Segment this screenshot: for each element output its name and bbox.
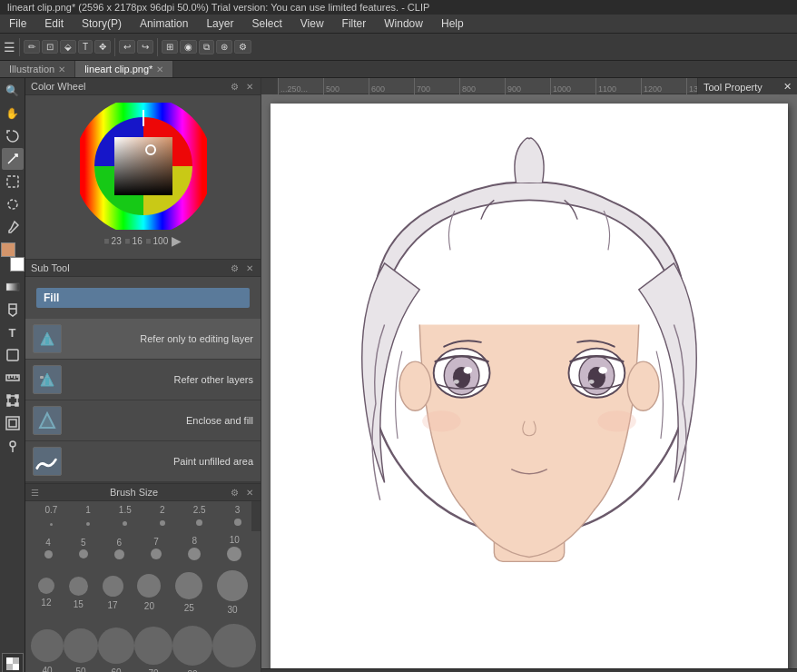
svg-rect-22 [6,664,13,670]
sub-tool-item-refer-editing[interactable]: Refer only to editing layer [25,319,261,360]
toolbar-redo-btn[interactable]: ↪ [137,40,153,54]
ruler-corner [261,78,278,94]
sub-tool-close-btn[interactable]: ✕ [244,263,255,273]
canvas-content[interactable] [261,94,797,672]
toolbar-layers-btn[interactable]: ⧉ [199,40,214,54]
brush-size-menu-icon[interactable]: ☰ [31,488,39,498]
sub-tool-settings-btn[interactable]: ⚙ [229,263,241,273]
tab-lineart[interactable]: lineart clip.png* ✕ [75,61,173,77]
brush-size-settings-btn[interactable]: ⚙ [229,488,241,498]
toolbar-undo-btn[interactable]: ↩ [119,40,135,54]
brush-size-4[interactable]: 4 [44,538,53,560]
brush-size-15[interactable]: 15 [69,577,88,611]
color-wheel-settings-btn[interactable]: ⚙ [229,82,241,92]
toolbar-color1-btn[interactable]: ◉ [180,40,197,54]
tool-fill[interactable] [2,299,24,321]
brush-size-10[interactable]: 10 [227,535,241,563]
tool-gradient[interactable] [2,276,24,298]
sub-tool-label-refer-editing: Refer only to editing layer [69,333,253,344]
brush-size-40[interactable]: 40 [31,629,64,672]
toolbar-move-btn[interactable]: ✥ [94,40,111,54]
tool-frame[interactable] [2,412,24,434]
toolbar-fill-btn[interactable]: ⬙ [60,40,76,54]
toolbar-sym-btn[interactable]: ⊛ [216,40,232,54]
color-wheel-close-btn[interactable]: ✕ [244,82,255,92]
svg-rect-21 [13,657,19,664]
menu-window[interactable]: Window [375,15,432,33]
tab-illustration[interactable]: Illustration ✕ [0,61,75,77]
toolbar-separator-3 [157,38,158,56]
tool-transform[interactable] [2,390,24,411]
tool-eyedropper[interactable] [2,216,24,238]
tool-rotate[interactable] [2,125,24,147]
toolbar-separator-2 [114,38,115,56]
brush-size-6[interactable]: 6 [114,538,124,561]
menu-file[interactable]: File [0,15,35,33]
toolbar-menu-icon[interactable]: ☰ [4,40,15,54]
brush-size-8[interactable]: 8 [188,536,201,562]
color-wheel-canvas[interactable] [80,103,207,230]
sub-tool-item-enclose-fill[interactable]: Enclose and fill [25,400,261,441]
brush-size-close-btn[interactable]: ✕ [244,488,255,498]
brush-size-80[interactable]: 80 [172,626,212,672]
brush-size-7[interactable]: 7 [151,537,162,561]
fill-button[interactable]: Fill [36,288,250,308]
brush-size-25[interactable]: 25 [175,572,202,615]
tool-lasso[interactable] [2,193,24,215]
brush-size-17[interactable]: 17 [103,576,123,612]
brush-size-30[interactable]: 30 [217,570,248,617]
drawing-canvas[interactable] [271,104,788,672]
tool-pen[interactable] [2,148,24,170]
brush-size-50[interactable]: 50 [64,628,98,672]
tool-selection[interactable] [2,171,24,193]
tool-color-picker[interactable] [2,435,24,457]
toolbar-grid-btn[interactable]: ⊞ [162,40,178,54]
menu-select[interactable]: Select [242,15,290,33]
menu-view[interactable]: View [291,15,333,33]
toolbar-text-btn[interactable]: T [78,40,93,54]
tool-text[interactable]: T [2,321,24,343]
menu-animation[interactable]: Animation [131,15,197,33]
tool-shape[interactable] [2,344,24,366]
main-layout: 🔍 ✋ T [0,78,797,672]
brush-size-100[interactable]: 100 [212,624,256,672]
color-wheel-area: ≡ 23 ≡ 16 ≡ 100 ▶ [25,95,261,259]
tool-move[interactable]: ✋ [2,103,24,124]
brush-size-section: ☰ Brush Size ⚙ ✕ 0.7 1 1.5 2 2.5 3 4 5 [25,483,261,672]
svg-point-43 [464,367,473,374]
tab-close-illustration[interactable]: ✕ [58,64,65,74]
tool-color-box[interactable] [2,653,24,672]
tool-zoom[interactable]: 🔍 [2,80,24,102]
menu-story[interactable]: Story(P) [73,15,131,33]
sub-tool-item-paint-unfilled[interactable]: Paint unfilled area [25,441,261,482]
brush-size-60[interactable]: 60 [98,628,134,672]
svg-rect-32 [40,376,44,379]
sub-tool-item-refer-other[interactable]: Refer other layers [25,360,261,400]
toolbar: ☰ ✏ ⊡ ⬙ T ✥ ↩ ↪ ⊞ ◉ ⧉ ⊛ ⚙ [0,34,797,61]
svg-rect-20 [13,664,19,670]
svg-rect-1 [7,176,18,187]
tab-close-lineart[interactable]: ✕ [156,64,163,74]
tool-ruler[interactable] [2,367,24,389]
brush-size-5[interactable]: 5 [79,538,88,560]
menu-layer[interactable]: Layer [197,15,242,33]
brush-size-70[interactable]: 70 [134,627,172,672]
menu-edit[interactable]: Edit [35,15,73,33]
toolbar-brush-btn[interactable]: ✏ [24,40,40,54]
sub-tool-label-enclose-fill: Enclose and fill [69,415,253,426]
color-wheel-title: Color Wheel [31,81,86,92]
color-arrow-btn[interactable]: ▶ [172,233,182,248]
brush-size-row-3: 12 15 17 20 25 30 [25,567,261,620]
brush-size-12[interactable]: 12 [38,578,54,609]
brush-size-header: ☰ Brush Size ⚙ ✕ [25,484,261,501]
tool-property-close-btn[interactable]: ✕ [783,81,792,93]
brush-size-20[interactable]: 20 [137,574,161,613]
menu-help[interactable]: Help [432,15,473,33]
color-bg-swatch[interactable] [10,257,25,272]
toolbox: 🔍 ✋ T [0,78,25,672]
toolbar-eraser-btn[interactable]: ⊡ [42,40,58,54]
color-fg-swatch[interactable] [1,242,15,257]
menu-filter[interactable]: Filter [333,15,376,33]
tool-property-header: Tool Property ✕ [698,78,797,96]
toolbar-more-btn[interactable]: ⚙ [234,40,251,54]
